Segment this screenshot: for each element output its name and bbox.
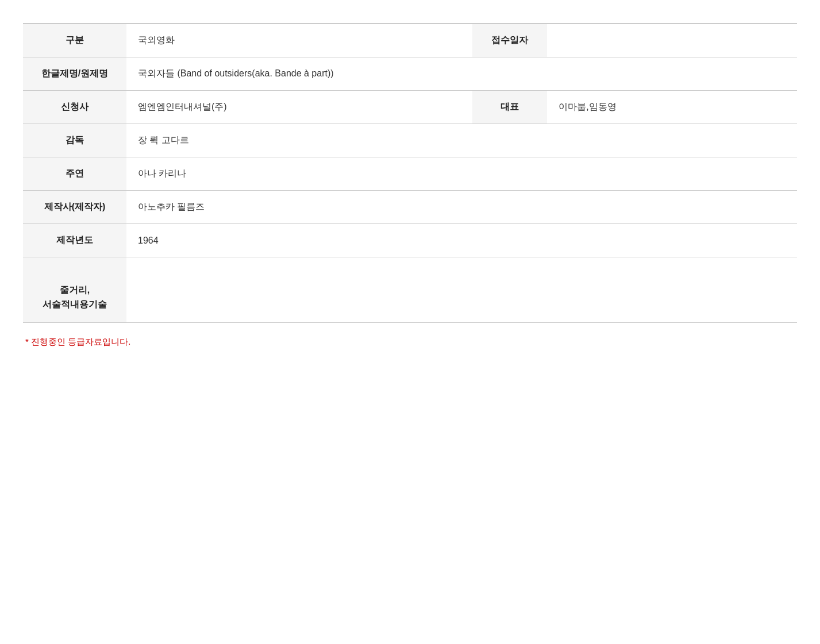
table-row: 구분 국외영화 접수일자 xyxy=(23,24,797,57)
label-director: 감독 xyxy=(23,124,126,157)
label-production-company: 제작사(제작자) xyxy=(23,191,126,224)
label-jeosu-ilja: 접수일자 xyxy=(472,24,547,57)
label-lead-actor: 주연 xyxy=(23,157,126,191)
value-jeosu-ilja xyxy=(547,24,797,57)
main-container: 구분 국외영화 접수일자 한글제명/원제명 국외자들 (Band of xyxy=(0,0,820,371)
value-synopsis xyxy=(126,257,797,323)
info-table: 구분 국외영화 접수일자 한글제명/원제명 국외자들 (Band of xyxy=(23,23,797,323)
value-director: 장 뤽 고다르 xyxy=(126,124,797,157)
label-production-year: 제작년도 xyxy=(23,224,126,257)
value-applicant: 엠엔엠인터내셔널(주) xyxy=(126,91,472,124)
label-title: 한글제명/원제명 xyxy=(23,57,126,91)
label-gubun: 구분 xyxy=(23,24,126,57)
value-gubun: 국외영화 xyxy=(126,24,472,57)
table-row: 신청사 엠엔엠인터내셔널(주) 대표 이마붑,임동영 xyxy=(23,91,797,124)
label-applicant: 신청사 xyxy=(23,91,126,124)
table-row: 감독 장 뤽 고다르 xyxy=(23,124,797,157)
value-production-company: 아노추카 필름즈 xyxy=(126,191,797,224)
table-row: 주연 아나 카리나 xyxy=(23,157,797,191)
status-note: * 진행중인 등급자료입니다. xyxy=(23,337,797,348)
value-production-year: 1964 xyxy=(126,224,797,257)
table-row: 제작사(제작자) 아노추카 필름즈 xyxy=(23,191,797,224)
table-row: 제작년도 1964 xyxy=(23,224,797,257)
value-title: 국외자들 (Band of outsiders(aka. Bande à par… xyxy=(126,57,797,91)
table-row: 줄거리, 서술적내용기술 xyxy=(23,257,797,323)
value-lead-actor: 아나 카리나 xyxy=(126,157,797,191)
label-synopsis: 줄거리, 서술적내용기술 xyxy=(23,257,126,323)
label-representative: 대표 xyxy=(472,91,547,124)
table-row: 한글제명/원제명 국외자들 (Band of outsiders(aka. Ba… xyxy=(23,57,797,91)
value-representative: 이마붑,임동영 xyxy=(547,91,797,124)
